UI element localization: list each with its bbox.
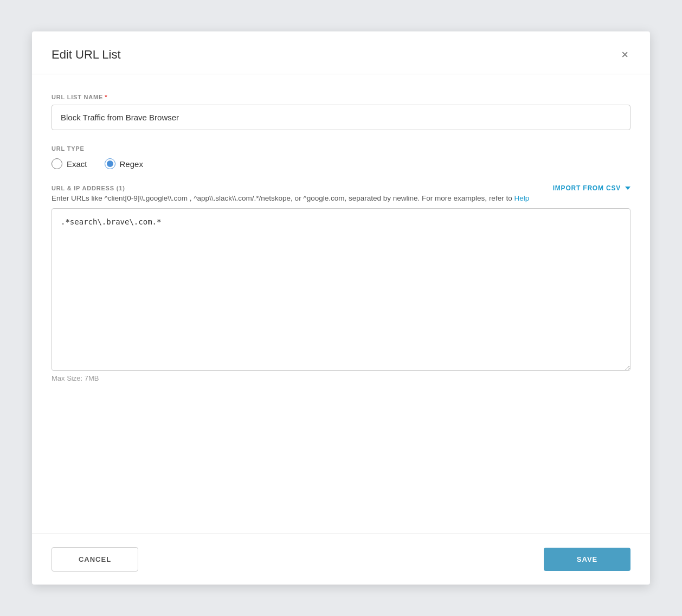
modal-title: Edit URL List: [52, 48, 121, 62]
max-size-text: Max Size: 7MB: [52, 374, 630, 382]
radio-group: Exact Regex: [52, 158, 630, 169]
help-text: Enter URLs like ^client[0-9]\\.google\\.…: [52, 193, 630, 204]
regex-radio-input[interactable]: [105, 158, 115, 169]
close-button[interactable]: ×: [619, 47, 630, 63]
url-list-name-group: URL LIST NAME*: [52, 94, 630, 130]
url-ip-section: URL & IP ADDRESS (1) CANCEL IMPORT FROM …: [52, 184, 630, 382]
url-type-group: URL TYPE Exact Regex: [52, 145, 630, 169]
url-type-label: URL TYPE: [52, 145, 630, 152]
required-indicator: *: [105, 94, 107, 100]
url-list-name-label: URL LIST NAME*: [52, 94, 630, 100]
import-csv-text: IMPORT FROM CSV: [553, 184, 621, 192]
regex-radio-option[interactable]: Regex: [105, 158, 143, 169]
chevron-down-icon: [625, 187, 630, 190]
exact-radio-input[interactable]: [52, 158, 62, 169]
regex-radio-label: Regex: [120, 159, 143, 169]
help-link[interactable]: Help: [514, 194, 529, 202]
url-ip-label: URL & IP ADDRESS (1): [52, 185, 125, 191]
close-icon: ×: [621, 49, 628, 61]
url-textarea[interactable]: .*search\.brave\.com.*: [52, 208, 630, 371]
url-list-name-input[interactable]: [52, 105, 630, 130]
modal-body: URL LIST NAME* URL TYPE Exact Regex URL …: [32, 74, 650, 534]
url-section-header: URL & IP ADDRESS (1) CANCEL IMPORT FROM …: [52, 184, 630, 192]
exact-radio-option[interactable]: Exact: [52, 158, 87, 169]
modal-footer: CANCEL SAVE: [32, 534, 650, 585]
modal-header: Edit URL List ×: [32, 31, 650, 74]
save-button[interactable]: SAVE: [544, 548, 630, 571]
edit-url-list-modal: Edit URL List × URL LIST NAME* URL TYPE …: [32, 31, 650, 585]
cancel-button[interactable]: CANCEL: [52, 547, 138, 572]
exact-radio-label: Exact: [67, 159, 87, 169]
import-csv-button[interactable]: CANCEL IMPORT FROM CSV: [553, 184, 630, 192]
